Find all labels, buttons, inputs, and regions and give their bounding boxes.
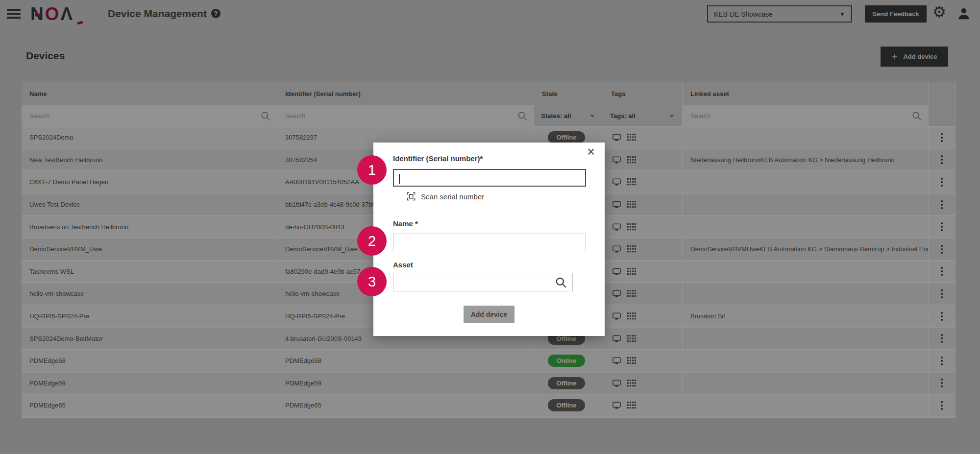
asset-field-label: Asset — [393, 261, 413, 269]
identifier-input[interactable] — [393, 169, 586, 187]
name-field-label: Name * — [393, 219, 418, 228]
qr-scan-icon — [407, 192, 416, 201]
scan-serial-number-label: Scan serial number — [421, 192, 484, 201]
search-icon[interactable] — [555, 276, 567, 289]
modal-add-device-button[interactable]: Add device — [464, 306, 514, 323]
asset-input[interactable] — [393, 273, 573, 291]
add-device-modal: × Identifier (Serial number)* Scan seria… — [373, 143, 605, 336]
annotation-marker-1: 1 — [357, 155, 387, 185]
annotation-marker-2: 2 — [357, 226, 387, 256]
close-icon[interactable]: × — [587, 145, 595, 159]
scan-serial-number-button[interactable]: Scan serial number — [407, 192, 484, 201]
identifier-field-label: Identifier (Serial number)* — [393, 154, 483, 163]
annotation-marker-3: 3 — [357, 267, 387, 296]
text-cursor — [399, 174, 400, 184]
name-input[interactable] — [393, 234, 586, 251]
